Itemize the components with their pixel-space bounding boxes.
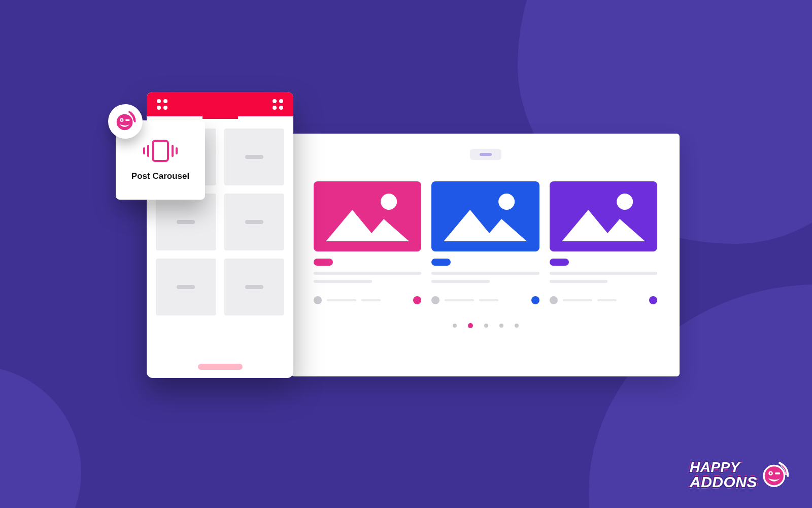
drag-handle-icon[interactable] [157, 99, 167, 110]
author-avatar [431, 296, 439, 304]
card-title-line [314, 272, 421, 275]
card-title-line [314, 280, 372, 283]
widget-placeholder[interactable] [224, 259, 285, 315]
carousel-pagination [314, 324, 657, 328]
svg-point-8 [117, 114, 133, 131]
pager-dot[interactable] [453, 324, 457, 328]
card-action-dot[interactable] [531, 296, 539, 304]
happy-addons-logo: HAPPY ADDONS [690, 460, 789, 490]
pager-dot[interactable] [515, 324, 519, 328]
svg-rect-11 [125, 119, 130, 121]
carousel-card[interactable] [431, 181, 539, 304]
card-tag [314, 259, 333, 266]
card-title-line [550, 280, 608, 283]
happy-mascot-badge [108, 104, 143, 139]
card-thumbnail [550, 181, 657, 251]
svg-point-0 [381, 194, 397, 210]
apps-icon[interactable] [273, 99, 283, 110]
heading-placeholder [470, 149, 501, 160]
card-thumbnail [314, 181, 421, 251]
carousel-preview-panel [291, 134, 680, 376]
active-tab-indicator [202, 116, 238, 119]
svg-point-10 [121, 119, 122, 121]
meta-text-placeholder [479, 299, 498, 301]
card-meta [550, 296, 657, 304]
placeholder-bar [245, 220, 263, 224]
meta-text-placeholder [445, 299, 474, 301]
svg-point-15 [770, 472, 772, 474]
bg-blob [0, 366, 81, 508]
svg-point-1 [498, 194, 515, 210]
svg-rect-5 [143, 147, 145, 154]
svg-rect-4 [147, 145, 149, 157]
card-meta [314, 296, 421, 304]
logo-line1: HAPPY [690, 460, 740, 474]
card-thumbnail [431, 181, 539, 251]
logo-text: HAPPY ADDONS [690, 460, 757, 490]
placeholder-bar [245, 285, 263, 289]
card-action-dot[interactable] [413, 296, 421, 304]
card-title-line [431, 280, 490, 283]
card-title-line [550, 272, 657, 275]
carousel-icon [143, 139, 178, 163]
carousel-cards [314, 181, 657, 304]
card-title-line [431, 272, 539, 275]
panel-footer-handle[interactable] [198, 364, 243, 370]
svg-rect-6 [172, 145, 174, 157]
svg-rect-7 [176, 147, 178, 154]
widget-label: Post Carousel [131, 171, 189, 181]
svg-rect-3 [153, 141, 168, 161]
widget-placeholder[interactable] [156, 194, 216, 250]
card-meta [431, 296, 539, 304]
meta-text-placeholder [597, 299, 617, 301]
author-avatar [550, 296, 558, 304]
placeholder-bar [245, 155, 263, 159]
meta-text-placeholder [563, 299, 592, 301]
meta-text-placeholder [361, 299, 381, 301]
pager-dot[interactable] [499, 324, 503, 328]
card-tag [550, 259, 569, 266]
panel-header [147, 92, 293, 116]
pager-dot-active[interactable] [468, 323, 473, 328]
carousel-card[interactable] [550, 181, 657, 304]
card-tag [431, 259, 451, 266]
placeholder-bar [177, 220, 195, 224]
card-action-dot[interactable] [649, 296, 657, 304]
author-avatar [314, 296, 322, 304]
widget-placeholder[interactable] [224, 194, 285, 250]
widget-placeholder[interactable] [156, 259, 216, 315]
svg-rect-16 [775, 472, 780, 474]
meta-text-placeholder [327, 299, 356, 301]
logo-line2: ADDONS [690, 474, 757, 490]
carousel-card[interactable] [314, 181, 421, 304]
placeholder-bar [177, 285, 195, 289]
widget-placeholder[interactable] [224, 129, 285, 185]
promo-stage: Post Carousel HAPPY ADDONS [0, 0, 812, 508]
svg-point-2 [617, 194, 633, 210]
pager-dot[interactable] [484, 324, 488, 328]
logo-mascot-icon [761, 461, 789, 489]
